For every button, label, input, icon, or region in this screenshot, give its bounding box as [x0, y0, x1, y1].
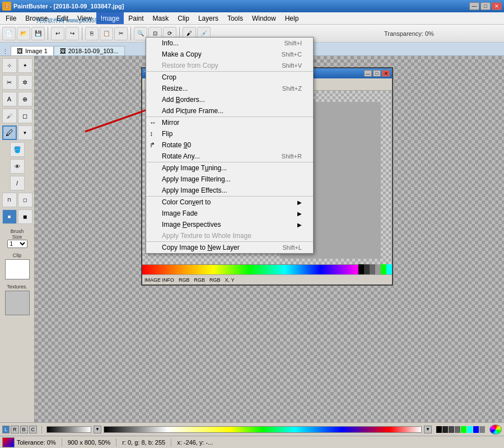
- toolbar-redo[interactable]: ↪: [66, 27, 79, 40]
- tool-dropper[interactable]: ▼: [18, 125, 32, 140]
- tool-select-rect[interactable]: ⊹: [2, 58, 17, 73]
- tab-image2[interactable]: 🖼 2018-10-09_103...: [54, 46, 125, 55]
- toolbar-save[interactable]: 💾: [31, 27, 45, 40]
- tab-label-image1: Image 1: [25, 48, 48, 54]
- tool-select-free[interactable]: ✦: [18, 58, 32, 73]
- menu-effects[interactable]: Apply Image Effects...: [146, 185, 313, 196]
- menu-layers[interactable]: Layers: [194, 12, 223, 24]
- toolbar-undo[interactable]: ↩: [51, 27, 64, 40]
- tool-shape1[interactable]: ⊓: [2, 193, 17, 207]
- swatch-black[interactable]: [436, 426, 442, 433]
- inner-status-imageinfo: IMAGE INFO: [144, 277, 174, 283]
- maximize-button[interactable]: □: [480, 2, 491, 10]
- swatch-gray[interactable]: [455, 426, 460, 433]
- window-title: PaintBuster - [2018-10-09_103847.jpg]: [13, 3, 124, 10]
- menu-section-2: Crop Resize... Shift+Z Add Borders... Ad…: [146, 71, 313, 116]
- menu-add-borders[interactable]: Add Borders...: [146, 94, 313, 105]
- menu-tuning[interactable]: Apply Image Tuning...: [146, 162, 313, 174]
- mirror-icon: ↔: [150, 119, 156, 127]
- swatch-dark1[interactable]: [442, 426, 448, 433]
- inner-status-rgb1: RGB: [179, 277, 190, 283]
- menu-restore-copy-label: Restore from Copy: [162, 62, 218, 69]
- channel-tab-l[interactable]: L: [2, 426, 10, 433]
- tool-fill[interactable]: 🪣: [10, 142, 25, 157]
- inner-minimize[interactable]: —: [364, 70, 372, 77]
- menu-flip-label: Flip: [162, 130, 172, 138]
- tool-shape2[interactable]: ◻: [18, 193, 32, 207]
- tool-magic-wand[interactable]: ✲: [18, 75, 32, 90]
- tool-move[interactable]: ⊕: [18, 92, 32, 106]
- toolbar-copy[interactable]: ⎘: [85, 27, 99, 40]
- color-convert-arrow: ▶: [297, 199, 302, 206]
- menu-image-perspectives[interactable]: Image Perspectives ▶: [146, 219, 313, 230]
- swatch-green[interactable]: [461, 426, 466, 433]
- menu-crop[interactable]: Crop: [146, 72, 313, 83]
- tool-paint[interactable]: 🖌: [2, 109, 17, 123]
- menu-clip[interactable]: Clip: [173, 12, 194, 24]
- menu-file[interactable]: File: [1, 12, 21, 24]
- image-dropdown-menu: Info... Shift+I Make a Copy Shift+C Rest…: [146, 37, 314, 254]
- color-wheel[interactable]: [489, 424, 502, 435]
- foreground-color[interactable]: [2, 437, 15, 447]
- menu-help[interactable]: Help: [281, 12, 304, 24]
- inner-status-xy: X, Y: [225, 277, 235, 283]
- channel-tab-r[interactable]: R: [11, 426, 19, 433]
- toolbar-paste[interactable]: 📋: [100, 27, 113, 40]
- tab-icon-image2: 🖼: [60, 48, 66, 54]
- tolerance-label: Tolerance: 0%: [17, 439, 56, 446]
- swatch-mid[interactable]: [479, 426, 485, 433]
- menu-mirror[interactable]: ↔ Mirror: [146, 117, 313, 128]
- swatch-blue[interactable]: [473, 426, 479, 433]
- tool-shape3[interactable]: ■: [2, 209, 17, 224]
- tool-text[interactable]: A: [2, 92, 17, 106]
- left-toolbar: ⊹ ✦ ✂ ✲ A ⊕ 🖌 ◻ 🖊 ▼ 🪣 👁 / ⊓ ◻: [0, 56, 35, 422]
- menu-apply-texture-label: Apply Texture to Whole Image: [162, 232, 251, 240]
- brush-size-label: BrushSize: [7, 228, 27, 240]
- tool-eyedrop[interactable]: 👁: [10, 159, 25, 174]
- tool-eraser[interactable]: ◻: [18, 109, 32, 123]
- close-button[interactable]: ✕: [492, 2, 502, 10]
- menu-paint[interactable]: Paint: [124, 12, 148, 24]
- inner-maximize[interactable]: □: [373, 70, 381, 77]
- inner-close[interactable]: ✕: [382, 70, 390, 77]
- app-icon: 🎨: [2, 2, 11, 11]
- menu-section-6: Copy Image to New Layer Shift+L: [146, 241, 313, 253]
- menu-tools[interactable]: Tools: [223, 12, 248, 24]
- tab-label-image2: 2018-10-09_103...: [68, 48, 119, 54]
- channel-tab-c[interactable]: C: [29, 426, 38, 433]
- tool-brush[interactable]: 🖊: [2, 125, 17, 140]
- dropdown-btn[interactable]: ▼: [94, 426, 101, 433]
- toolbar-open[interactable]: 📂: [17, 27, 30, 40]
- title-bar: 🎨 PaintBuster - [2018-10-09_103847.jpg] …: [0, 0, 504, 12]
- menu-filtering[interactable]: Apply Image Filtering...: [146, 174, 313, 185]
- menu-make-copy[interactable]: Make a Copy Shift+C: [146, 49, 313, 60]
- menu-info[interactable]: Info... Shift+I: [146, 38, 313, 49]
- tool-lasso[interactable]: ✂: [2, 75, 17, 90]
- menu-flip[interactable]: ↕ Flip: [146, 128, 313, 139]
- menu-rotate-any[interactable]: Rotate Any... Shift+R: [146, 151, 313, 162]
- toolbar-new[interactable]: 📄: [2, 27, 16, 40]
- toolbar-cut[interactable]: ✂: [114, 27, 128, 40]
- tool-line[interactable]: /: [10, 176, 25, 190]
- gradient-dropdown-btn[interactable]: ▼: [424, 426, 432, 433]
- menu-tuning-label: Apply Image Tuning...: [162, 164, 227, 172]
- tool-shape4[interactable]: ◼: [18, 209, 32, 224]
- menu-info-shortcut: Shift+I: [284, 40, 302, 46]
- menu-window[interactable]: Window: [248, 12, 281, 24]
- swatch-dark2[interactable]: [449, 426, 454, 433]
- brush-size-select[interactable]: 1235: [7, 240, 27, 248]
- menu-color-convert[interactable]: Color Convert to ▶: [146, 197, 313, 208]
- menu-rotate90[interactable]: ↱ Rotate 90: [146, 139, 313, 151]
- channel-tab-b[interactable]: B: [20, 426, 28, 433]
- menu-resize[interactable]: Resize... Shift+Z: [146, 83, 313, 94]
- minimize-button[interactable]: —: [469, 2, 479, 10]
- tab-image1[interactable]: 🖼 Image 1: [11, 46, 54, 55]
- menu-mask[interactable]: Mask: [148, 12, 174, 24]
- menu-copy-to-layer[interactable]: Copy Image to New Layer Shift+L: [146, 242, 313, 253]
- swatch-cyan[interactable]: [467, 426, 473, 433]
- menu-image-fade[interactable]: Image Fade ▶: [146, 208, 313, 219]
- menu-add-frame[interactable]: Add Picture Frame...: [146, 105, 313, 116]
- window-controls: — □ ✕: [469, 2, 502, 10]
- status-rgb: r: 0, g: 8, b: 255: [122, 439, 165, 446]
- menu-color-convert-label: Color Convert to: [162, 198, 211, 206]
